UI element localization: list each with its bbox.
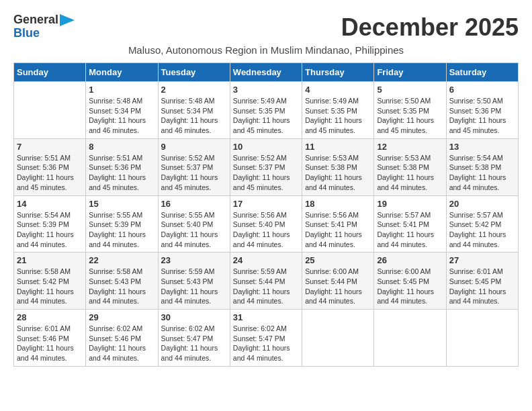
calendar-cell: 6Sunrise: 5:50 AM Sunset: 5:36 PM Daylig…	[446, 82, 518, 139]
calendar-cell: 13Sunrise: 5:54 AM Sunset: 5:38 PM Dayli…	[446, 138, 518, 195]
day-info: Sunrise: 5:52 AM Sunset: 5:37 PM Dayligh…	[233, 153, 299, 193]
calendar-cell: 29Sunrise: 6:02 AM Sunset: 5:46 PM Dayli…	[86, 310, 158, 367]
location-title: Maluso, Autonomous Region in Muslim Mind…	[13, 44, 519, 56]
month-title: December 2025	[341, 13, 519, 42]
day-info: Sunrise: 6:02 AM Sunset: 5:47 PM Dayligh…	[161, 324, 227, 363]
day-info: Sunrise: 5:56 AM Sunset: 5:40 PM Dayligh…	[233, 210, 299, 250]
calendar-cell: 7Sunrise: 5:51 AM Sunset: 5:36 PM Daylig…	[14, 138, 86, 195]
day-info: Sunrise: 5:52 AM Sunset: 5:37 PM Dayligh…	[161, 153, 227, 193]
day-info: Sunrise: 5:53 AM Sunset: 5:38 PM Dayligh…	[305, 153, 371, 193]
day-number: 19	[377, 199, 443, 209]
weekday-header-sunday: Sunday	[14, 63, 86, 82]
day-number: 11	[305, 142, 371, 152]
calendar-cell: 1Sunrise: 5:48 AM Sunset: 5:34 PM Daylig…	[86, 82, 158, 139]
weekday-header-thursday: Thursday	[302, 63, 374, 82]
day-number: 8	[89, 142, 154, 152]
calendar-cell: 4Sunrise: 5:49 AM Sunset: 5:35 PM Daylig…	[302, 82, 374, 139]
day-info: Sunrise: 5:48 AM Sunset: 5:34 PM Dayligh…	[89, 96, 154, 136]
day-info: Sunrise: 5:59 AM Sunset: 5:43 PM Dayligh…	[161, 267, 227, 306]
day-info: Sunrise: 5:49 AM Sunset: 5:35 PM Dayligh…	[233, 96, 299, 136]
day-number: 29	[89, 312, 154, 322]
day-number: 23	[161, 255, 227, 265]
day-info: Sunrise: 5:57 AM Sunset: 5:42 PM Dayligh…	[449, 210, 515, 250]
svg-marker-0	[60, 14, 75, 26]
day-info: Sunrise: 5:57 AM Sunset: 5:41 PM Dayligh…	[377, 210, 443, 250]
calendar-cell: 24Sunrise: 5:59 AM Sunset: 5:44 PM Dayli…	[230, 253, 302, 310]
weekday-header-saturday: Saturday	[446, 63, 518, 82]
calendar-cell: 8Sunrise: 5:51 AM Sunset: 5:36 PM Daylig…	[86, 138, 158, 195]
calendar-cell: 12Sunrise: 5:53 AM Sunset: 5:38 PM Dayli…	[374, 138, 446, 195]
day-number: 5	[377, 85, 443, 95]
calendar-cell: 20Sunrise: 5:57 AM Sunset: 5:42 PM Dayli…	[446, 195, 518, 253]
day-number: 12	[377, 142, 443, 152]
day-number: 20	[449, 199, 515, 209]
day-number: 21	[17, 255, 83, 265]
calendar-cell: 2Sunrise: 5:48 AM Sunset: 5:34 PM Daylig…	[158, 82, 230, 139]
day-info: Sunrise: 5:55 AM Sunset: 5:39 PM Dayligh…	[89, 210, 154, 250]
calendar-cell: 26Sunrise: 6:00 AM Sunset: 5:45 PM Dayli…	[374, 253, 446, 310]
day-info: Sunrise: 5:55 AM Sunset: 5:40 PM Dayligh…	[161, 210, 227, 250]
day-number: 4	[305, 85, 371, 95]
calendar-cell: 22Sunrise: 5:58 AM Sunset: 5:43 PM Dayli…	[86, 253, 158, 310]
calendar-cell: 3Sunrise: 5:49 AM Sunset: 5:35 PM Daylig…	[230, 82, 302, 139]
day-info: Sunrise: 5:58 AM Sunset: 5:42 PM Dayligh…	[17, 267, 83, 306]
calendar-table: SundayMondayTuesdayWednesdayThursdayFrid…	[13, 62, 519, 367]
day-info: Sunrise: 6:00 AM Sunset: 5:45 PM Dayligh…	[377, 267, 443, 306]
logo: General Blue	[13, 13, 75, 40]
weekday-header-friday: Friday	[374, 63, 446, 82]
day-number: 25	[305, 255, 371, 265]
day-number: 6	[449, 85, 515, 95]
day-number: 16	[161, 199, 227, 209]
day-info: Sunrise: 6:01 AM Sunset: 5:46 PM Dayligh…	[17, 324, 83, 363]
day-number: 3	[233, 85, 299, 95]
day-info: Sunrise: 5:54 AM Sunset: 5:38 PM Dayligh…	[449, 153, 515, 193]
day-number: 24	[233, 255, 299, 265]
calendar-cell: 18Sunrise: 5:56 AM Sunset: 5:41 PM Dayli…	[302, 195, 374, 253]
day-info: Sunrise: 6:02 AM Sunset: 5:46 PM Dayligh…	[89, 324, 154, 363]
day-info: Sunrise: 5:49 AM Sunset: 5:35 PM Dayligh…	[305, 96, 371, 136]
calendar-cell: 19Sunrise: 5:57 AM Sunset: 5:41 PM Dayli…	[374, 195, 446, 253]
day-info: Sunrise: 5:51 AM Sunset: 5:36 PM Dayligh…	[89, 153, 154, 193]
day-info: Sunrise: 5:56 AM Sunset: 5:41 PM Dayligh…	[305, 210, 371, 250]
day-info: Sunrise: 6:00 AM Sunset: 5:44 PM Dayligh…	[305, 267, 371, 306]
weekday-header-wednesday: Wednesday	[230, 63, 302, 82]
calendar-cell: 31Sunrise: 6:02 AM Sunset: 5:47 PM Dayli…	[230, 310, 302, 367]
weekday-header-tuesday: Tuesday	[158, 63, 230, 82]
day-number: 17	[233, 199, 299, 209]
calendar-cell	[14, 82, 86, 139]
day-info: Sunrise: 5:53 AM Sunset: 5:38 PM Dayligh…	[377, 153, 443, 193]
day-number: 7	[17, 142, 83, 152]
day-number: 13	[449, 142, 515, 152]
day-info: Sunrise: 5:50 AM Sunset: 5:36 PM Dayligh…	[449, 96, 515, 136]
calendar-cell	[302, 310, 374, 367]
day-info: Sunrise: 6:01 AM Sunset: 5:45 PM Dayligh…	[449, 267, 515, 306]
day-number: 2	[161, 85, 227, 95]
calendar-cell: 16Sunrise: 5:55 AM Sunset: 5:40 PM Dayli…	[158, 195, 230, 253]
calendar-cell: 10Sunrise: 5:52 AM Sunset: 5:37 PM Dayli…	[230, 138, 302, 195]
calendar-cell: 25Sunrise: 6:00 AM Sunset: 5:44 PM Dayli…	[302, 253, 374, 310]
day-info: Sunrise: 5:51 AM Sunset: 5:36 PM Dayligh…	[17, 153, 83, 193]
day-number: 22	[89, 255, 154, 265]
day-number: 1	[89, 85, 154, 95]
day-number: 31	[233, 312, 299, 322]
calendar-cell	[374, 310, 446, 367]
day-info: Sunrise: 5:59 AM Sunset: 5:44 PM Dayligh…	[233, 267, 299, 306]
calendar-cell: 15Sunrise: 5:55 AM Sunset: 5:39 PM Dayli…	[86, 195, 158, 253]
day-number: 10	[233, 142, 299, 152]
day-number: 18	[305, 199, 371, 209]
day-info: Sunrise: 5:54 AM Sunset: 5:39 PM Dayligh…	[17, 210, 83, 250]
calendar-cell: 30Sunrise: 6:02 AM Sunset: 5:47 PM Dayli…	[158, 310, 230, 367]
weekday-header-monday: Monday	[86, 63, 158, 82]
calendar-cell	[446, 310, 518, 367]
day-info: Sunrise: 5:48 AM Sunset: 5:34 PM Dayligh…	[161, 96, 227, 136]
calendar-cell: 9Sunrise: 5:52 AM Sunset: 5:37 PM Daylig…	[158, 138, 230, 195]
day-number: 30	[161, 312, 227, 322]
calendar-cell: 17Sunrise: 5:56 AM Sunset: 5:40 PM Dayli…	[230, 195, 302, 253]
day-number: 27	[449, 255, 515, 265]
day-number: 14	[17, 199, 83, 209]
calendar-cell: 14Sunrise: 5:54 AM Sunset: 5:39 PM Dayli…	[14, 195, 86, 253]
day-number: 28	[17, 312, 83, 322]
calendar-cell: 28Sunrise: 6:01 AM Sunset: 5:46 PM Dayli…	[14, 310, 86, 367]
day-number: 15	[89, 199, 154, 209]
day-info: Sunrise: 5:50 AM Sunset: 5:35 PM Dayligh…	[377, 96, 443, 136]
